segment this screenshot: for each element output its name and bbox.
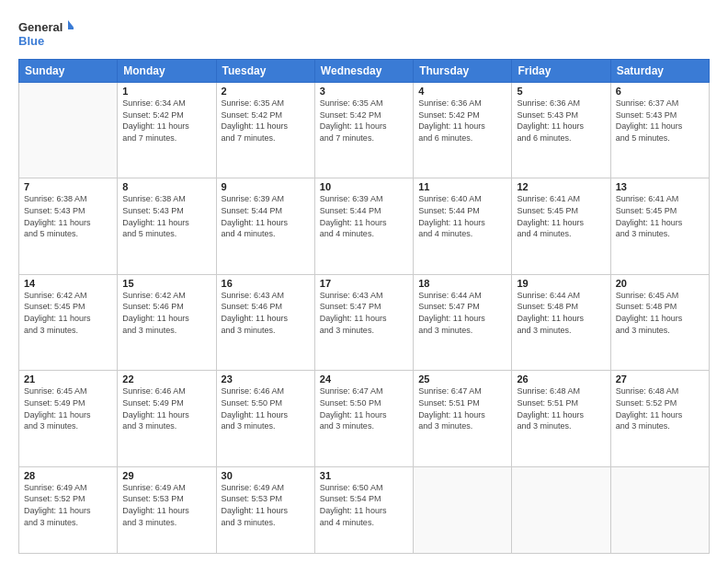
day-number: 31: [320, 470, 408, 481]
calendar-cell: 4Sunrise: 6:36 AMSunset: 5:42 PMDaylight…: [414, 83, 512, 178]
day-number: 30: [222, 470, 310, 481]
day-info: Sunrise: 6:50 AMSunset: 5:54 PMDaylight:…: [320, 482, 408, 528]
day-info: Sunrise: 6:36 AMSunset: 5:43 PMDaylight:…: [517, 98, 605, 144]
calendar-cell: 10Sunrise: 6:39 AMSunset: 5:44 PMDayligh…: [314, 178, 413, 274]
calendar-cell: 20Sunrise: 6:45 AMSunset: 5:48 PMDayligh…: [610, 274, 709, 370]
svg-text:Blue: Blue: [18, 34, 44, 48]
calendar-cell: 28Sunrise: 6:49 AMSunset: 5:52 PMDayligh…: [19, 466, 118, 553]
day-number: 24: [320, 373, 408, 385]
day-info: Sunrise: 6:48 AMSunset: 5:52 PMDaylight:…: [616, 385, 704, 431]
day-number: 28: [24, 470, 112, 481]
day-number: 18: [418, 278, 506, 289]
calendar-cell: 1Sunrise: 6:34 AMSunset: 5:42 PMDaylight…: [118, 83, 216, 178]
day-number: 1: [122, 86, 210, 97]
calendar-cell: 6Sunrise: 6:37 AMSunset: 5:43 PMDaylight…: [610, 83, 709, 178]
calendar-cell: 3Sunrise: 6:35 AMSunset: 5:42 PMDaylight…: [314, 83, 413, 178]
day-info: Sunrise: 6:46 AMSunset: 5:50 PMDaylight:…: [222, 385, 310, 431]
calendar-cell: 24Sunrise: 6:47 AMSunset: 5:50 PMDayligh…: [314, 371, 413, 466]
day-info: Sunrise: 6:37 AMSunset: 5:43 PMDaylight:…: [616, 98, 704, 144]
day-info: Sunrise: 6:38 AMSunset: 5:43 PMDaylight:…: [122, 193, 210, 239]
day-number: 14: [24, 278, 112, 289]
header: General Blue: [18, 17, 710, 52]
logo-svg: General Blue: [18, 17, 74, 52]
day-info: Sunrise: 6:41 AMSunset: 5:45 PMDaylight:…: [517, 193, 605, 239]
calendar-cell: 14Sunrise: 6:42 AMSunset: 5:45 PMDayligh…: [19, 274, 118, 370]
day-number: 5: [517, 86, 605, 97]
day-info: Sunrise: 6:38 AMSunset: 5:43 PMDaylight:…: [24, 193, 112, 239]
calendar-cell: 7Sunrise: 6:38 AMSunset: 5:43 PMDaylight…: [19, 178, 118, 274]
calendar-cell: 30Sunrise: 6:49 AMSunset: 5:53 PMDayligh…: [216, 466, 314, 553]
day-info: Sunrise: 6:39 AMSunset: 5:44 PMDaylight:…: [222, 193, 310, 239]
day-number: 20: [616, 278, 704, 289]
day-info: Sunrise: 6:45 AMSunset: 5:48 PMDaylight:…: [616, 290, 704, 336]
day-info: Sunrise: 6:42 AMSunset: 5:46 PMDaylight:…: [122, 290, 210, 336]
calendar-cell: 22Sunrise: 6:46 AMSunset: 5:49 PMDayligh…: [118, 371, 216, 466]
day-info: Sunrise: 6:46 AMSunset: 5:49 PMDaylight:…: [122, 385, 210, 431]
calendar-cell: 9Sunrise: 6:39 AMSunset: 5:44 PMDaylight…: [216, 178, 314, 274]
day-number: 7: [24, 181, 112, 192]
day-number: 12: [517, 181, 605, 192]
day-number: 13: [616, 181, 704, 192]
day-number: 16: [222, 278, 310, 289]
day-info: Sunrise: 6:35 AMSunset: 5:42 PMDaylight:…: [320, 98, 408, 144]
calendar-cell: 5Sunrise: 6:36 AMSunset: 5:43 PMDaylight…: [512, 83, 610, 178]
calendar-cell: [414, 466, 512, 553]
day-number: 6: [616, 86, 704, 97]
day-info: Sunrise: 6:36 AMSunset: 5:42 PMDaylight:…: [418, 98, 506, 144]
day-number: 29: [122, 470, 210, 481]
day-info: Sunrise: 6:44 AMSunset: 5:48 PMDaylight:…: [517, 290, 605, 336]
svg-text:General: General: [18, 20, 63, 34]
svg-marker-2: [68, 20, 74, 29]
day-number: 19: [517, 278, 605, 289]
calendar-cell: 15Sunrise: 6:42 AMSunset: 5:46 PMDayligh…: [118, 274, 216, 370]
calendar-cell: 18Sunrise: 6:44 AMSunset: 5:47 PMDayligh…: [414, 274, 512, 370]
day-info: Sunrise: 6:45 AMSunset: 5:49 PMDaylight:…: [24, 385, 112, 431]
day-number: 23: [222, 373, 310, 385]
logo: General Blue: [18, 17, 74, 52]
day-number: 25: [418, 373, 506, 385]
day-number: 4: [418, 86, 506, 97]
day-info: Sunrise: 6:43 AMSunset: 5:46 PMDaylight:…: [222, 290, 310, 336]
calendar-cell: 11Sunrise: 6:40 AMSunset: 5:44 PMDayligh…: [414, 178, 512, 274]
day-number: 9: [222, 181, 310, 192]
day-info: Sunrise: 6:47 AMSunset: 5:50 PMDaylight:…: [320, 385, 408, 431]
weekday-header-saturday: Saturday: [610, 60, 709, 83]
weekday-header-tuesday: Tuesday: [216, 60, 314, 83]
day-number: 2: [222, 86, 310, 97]
weekday-header-wednesday: Wednesday: [314, 60, 413, 83]
calendar-cell: 13Sunrise: 6:41 AMSunset: 5:45 PMDayligh…: [610, 178, 709, 274]
calendar-cell: 12Sunrise: 6:41 AMSunset: 5:45 PMDayligh…: [512, 178, 610, 274]
calendar-cell: 19Sunrise: 6:44 AMSunset: 5:48 PMDayligh…: [512, 274, 610, 370]
day-info: Sunrise: 6:44 AMSunset: 5:47 PMDaylight:…: [418, 290, 506, 336]
day-number: 21: [24, 373, 112, 385]
day-number: 27: [616, 373, 704, 385]
day-info: Sunrise: 6:49 AMSunset: 5:53 PMDaylight:…: [122, 482, 210, 528]
day-info: Sunrise: 6:34 AMSunset: 5:42 PMDaylight:…: [122, 98, 210, 144]
calendar-cell: 25Sunrise: 6:47 AMSunset: 5:51 PMDayligh…: [414, 371, 512, 466]
calendar-cell: 23Sunrise: 6:46 AMSunset: 5:50 PMDayligh…: [216, 371, 314, 466]
weekday-header-friday: Friday: [512, 60, 610, 83]
day-info: Sunrise: 6:35 AMSunset: 5:42 PMDaylight:…: [222, 98, 310, 144]
day-info: Sunrise: 6:40 AMSunset: 5:44 PMDaylight:…: [418, 193, 506, 239]
day-number: 8: [122, 181, 210, 192]
calendar-cell: 2Sunrise: 6:35 AMSunset: 5:42 PMDaylight…: [216, 83, 314, 178]
day-number: 3: [320, 86, 408, 97]
weekday-header-thursday: Thursday: [414, 60, 512, 83]
page: General Blue SundayMondayTuesdayWednesda…: [0, 0, 728, 563]
day-number: 11: [418, 181, 506, 192]
day-info: Sunrise: 6:41 AMSunset: 5:45 PMDaylight:…: [616, 193, 704, 239]
calendar-cell: 27Sunrise: 6:48 AMSunset: 5:52 PMDayligh…: [610, 371, 709, 466]
calendar-cell: 17Sunrise: 6:43 AMSunset: 5:47 PMDayligh…: [314, 274, 413, 370]
weekday-header-monday: Monday: [118, 60, 216, 83]
weekday-header-sunday: Sunday: [19, 60, 118, 83]
day-info: Sunrise: 6:43 AMSunset: 5:47 PMDaylight:…: [320, 290, 408, 336]
day-number: 26: [517, 373, 605, 385]
day-number: 22: [122, 373, 210, 385]
day-info: Sunrise: 6:49 AMSunset: 5:53 PMDaylight:…: [222, 482, 310, 528]
day-number: 10: [320, 181, 408, 192]
day-number: 17: [320, 278, 408, 289]
day-info: Sunrise: 6:42 AMSunset: 5:45 PMDaylight:…: [24, 290, 112, 336]
calendar-cell: [19, 83, 118, 178]
calendar-cell: 29Sunrise: 6:49 AMSunset: 5:53 PMDayligh…: [118, 466, 216, 553]
calendar-cell: [512, 466, 610, 553]
